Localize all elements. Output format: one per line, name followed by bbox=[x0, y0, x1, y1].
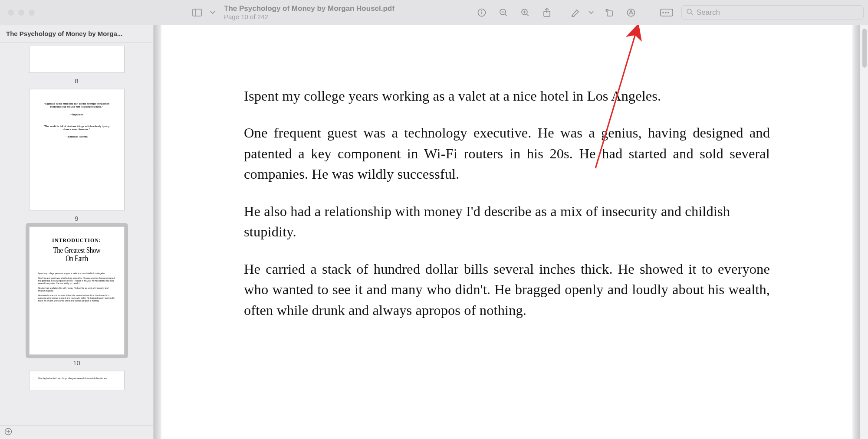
paragraph-2: One frequent guest was a technology exec… bbox=[244, 123, 770, 184]
scrollbar-thumb[interactable] bbox=[862, 29, 867, 68]
thumbnail-page-10-number: 10 bbox=[73, 359, 80, 367]
thumbnail-page-9-number: 9 bbox=[75, 215, 78, 222]
zoom-out-button[interactable] bbox=[495, 4, 512, 21]
sidebar-tabs: The Psychology of Money by Morga... bbox=[0, 25, 153, 43]
svg-line-9 bbox=[527, 14, 529, 16]
svg-line-6 bbox=[505, 14, 507, 16]
thumbnail-page-10[interactable]: INTRODUCTION: The Greatest Show On Earth… bbox=[0, 226, 153, 367]
thumbnail-list[interactable]: 8 "A genius is the man who can do the av… bbox=[0, 43, 153, 425]
toolbar: The Psychology of Money by Morgan Housel… bbox=[0, 0, 868, 25]
svg-rect-17 bbox=[661, 9, 673, 16]
redact-crop-button[interactable] bbox=[656, 4, 677, 21]
search-icon bbox=[686, 8, 693, 17]
share-button[interactable] bbox=[538, 4, 556, 21]
add-page-button[interactable] bbox=[4, 428, 12, 437]
page-status: Page 10 of 242 bbox=[224, 13, 395, 20]
sidebar-tab[interactable]: The Psychology of Money by Morga... bbox=[6, 30, 122, 37]
markup-button[interactable] bbox=[622, 4, 640, 21]
window-controls bbox=[8, 10, 35, 16]
sidebar-mode-chevron[interactable] bbox=[207, 4, 218, 21]
sidebar-toggle-button[interactable] bbox=[188, 4, 206, 21]
thumbnail-page-9[interactable]: "A genius is the man who can do the aver… bbox=[0, 89, 153, 222]
document-viewport[interactable]: Ispent my college years working as a val… bbox=[154, 25, 868, 439]
paragraph-4: He carried a stack of hundred dollar bil… bbox=[244, 259, 770, 321]
page-content: Ispent my college years working as a val… bbox=[161, 25, 852, 439]
title-block: The Psychology of Money by Morgan Housel… bbox=[224, 4, 395, 20]
search-input[interactable] bbox=[697, 8, 859, 17]
svg-rect-0 bbox=[193, 9, 201, 16]
svg-point-20 bbox=[668, 12, 669, 13]
minimize-window-button[interactable] bbox=[18, 10, 24, 16]
paragraph-3: He also had a relationship with money I'… bbox=[244, 201, 770, 242]
info-button[interactable] bbox=[473, 4, 490, 21]
zoom-in-button[interactable] bbox=[516, 4, 534, 21]
svg-rect-15 bbox=[607, 11, 612, 16]
zoom-window-button[interactable] bbox=[29, 10, 35, 16]
vertical-scrollbar[interactable] bbox=[860, 25, 868, 439]
svg-point-19 bbox=[665, 12, 666, 13]
svg-point-18 bbox=[663, 12, 664, 13]
document-title: The Psychology of Money by Morgan Housel… bbox=[224, 4, 395, 13]
rotate-button[interactable] bbox=[601, 4, 618, 21]
highlight-button[interactable] bbox=[567, 4, 584, 21]
paragraph-1: Ispent my college years working as a val… bbox=[244, 86, 770, 106]
svg-point-4 bbox=[481, 10, 482, 11]
sidebar-footer bbox=[0, 425, 153, 439]
highlight-chevron[interactable] bbox=[586, 4, 596, 21]
thumbnail-page-8[interactable]: 8 bbox=[0, 46, 153, 85]
svg-line-22 bbox=[691, 13, 693, 15]
thumbnail-page-11[interactable]: One day he handed one of my colleagues s… bbox=[0, 371, 153, 390]
search-box[interactable] bbox=[681, 5, 864, 20]
preview-window: The Psychology of Money by Morgan Housel… bbox=[0, 0, 868, 439]
thumbnail-page-8-number: 8 bbox=[75, 77, 78, 85]
svg-point-21 bbox=[687, 9, 691, 13]
close-window-button[interactable] bbox=[8, 10, 14, 16]
sidebar: The Psychology of Money by Morga... 8 "A… bbox=[0, 25, 154, 439]
